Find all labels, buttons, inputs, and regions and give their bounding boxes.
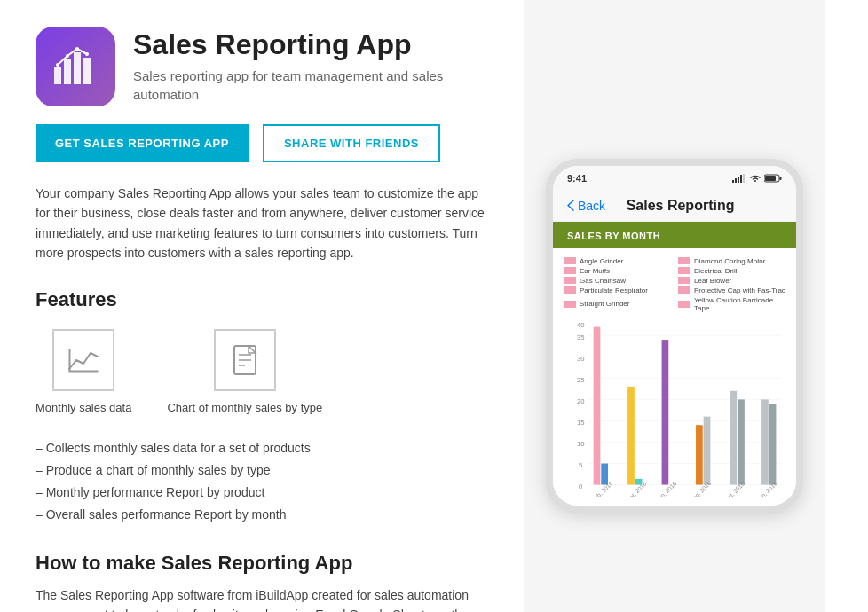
svg-text:35: 35 — [577, 333, 585, 341]
svg-rect-16 — [738, 177, 739, 183]
app-title: Sales Reporting App — [133, 29, 488, 60]
back-button[interactable]: Back — [567, 199, 605, 213]
legend-color — [564, 257, 576, 264]
svg-rect-41 — [627, 387, 635, 485]
legend-color — [564, 286, 576, 294]
back-label: Back — [578, 199, 605, 213]
svg-rect-20 — [780, 177, 782, 180]
app-title-block: Sales Reporting App Sales reporting app … — [133, 29, 488, 103]
svg-rect-21 — [765, 176, 776, 181]
legend-label: Angle Grinder — [580, 257, 623, 265]
feature-list: – Collects monthly sales data for a set … — [36, 437, 488, 527]
chart-line-icon — [66, 342, 101, 378]
svg-point-6 — [75, 47, 79, 51]
section-title: SALES BY MONTH — [567, 231, 660, 241]
how-to-heading: How to make Sales Reporting App — [36, 552, 488, 575]
app-header: Sales Reporting App Sales reporting app … — [36, 27, 488, 106]
share-button[interactable]: SHARE WITH FRIENDS — [263, 124, 440, 162]
features-section: Features Monthly sales data — [36, 288, 488, 527]
legend-item: Angle Grinder — [564, 257, 671, 265]
legend-label: Yellow Caution Barricade Tape — [694, 296, 785, 312]
buttons-row: GET SALES REPORTING APP SHARE WITH FRIEN… — [36, 124, 488, 162]
status-icons — [732, 174, 782, 183]
svg-text:10: 10 — [577, 440, 585, 448]
chart-doc-icon-box — [214, 329, 276, 391]
svg-rect-9 — [69, 349, 70, 371]
left-panel: Sales Reporting App Sales reporting app … — [0, 0, 524, 612]
status-bar: 9:41 — [553, 166, 796, 191]
feature-item-chart: Chart of monthly sales by type — [167, 329, 322, 416]
svg-rect-46 — [730, 391, 738, 485]
how-to-section: How to make Sales Reporting App The Sale… — [36, 552, 488, 613]
svg-text:0: 0 — [579, 483, 582, 490]
app-subtitle: Sales reporting app for team management … — [133, 67, 488, 104]
feature-label-monthly: Monthly sales data — [36, 400, 131, 416]
get-app-button[interactable]: GET SALES REPORTING APP — [36, 124, 249, 162]
svg-text:25: 25 — [577, 376, 585, 384]
legend-color — [564, 267, 576, 274]
legend-color — [678, 267, 690, 274]
chevron-left-icon — [567, 200, 574, 211]
svg-rect-18 — [743, 174, 745, 183]
legend-color — [678, 277, 690, 284]
list-item: – Collects monthly sales data for a set … — [36, 437, 488, 459]
sales-by-month-bar: SALES BY MONTH — [553, 222, 796, 248]
legend-label: Particulate Respirator — [580, 286, 648, 294]
battery-icon — [764, 174, 782, 183]
legend-label: Protective Cap with Fas-Trac — [694, 286, 785, 294]
legend-label: Leaf Blower — [694, 277, 731, 285]
phone-mockup: 9:41 — [546, 159, 803, 513]
app-icon — [36, 27, 115, 106]
legend-label: Straight Grinder — [580, 300, 629, 308]
legend-label: Gas Chainsaw — [580, 277, 626, 285]
how-to-text: The Sales Reporting App software from iB… — [36, 585, 488, 613]
svg-rect-14 — [732, 180, 734, 183]
app-description: Your company Sales Reporting App allows … — [36, 184, 488, 263]
bar-chart: 0 5 10 15 20 25 30 35 40 — [560, 319, 789, 497]
legend-color — [678, 286, 690, 294]
svg-text:15: 15 — [577, 419, 585, 427]
legend-item: Straight Grinder — [564, 296, 671, 312]
legend-color — [678, 257, 690, 264]
svg-rect-47 — [738, 399, 745, 484]
phone-nav-bar: Back Sales Reporting — [553, 191, 796, 222]
monthly-sales-icon-box — [52, 329, 114, 391]
svg-rect-17 — [740, 175, 742, 183]
svg-text:40: 40 — [577, 320, 585, 328]
svg-rect-49 — [769, 404, 777, 484]
right-panel: 9:41 — [524, 0, 825, 612]
list-item: – Monthly performance Report by product — [36, 482, 488, 504]
svg-text:20: 20 — [577, 397, 585, 405]
legend-label: Ear Muffs — [580, 267, 610, 275]
svg-rect-48 — [761, 399, 769, 484]
document-icon — [227, 342, 263, 378]
svg-rect-45 — [704, 416, 711, 484]
feature-item-monthly: Monthly sales data — [36, 329, 131, 416]
legend-item: Electrical Drill — [678, 267, 785, 275]
signal-icon — [732, 174, 746, 183]
features-icons: Monthly sales data Chart of monthly sale… — [36, 329, 488, 416]
nav-title: Sales Reporting — [605, 198, 755, 214]
list-item: – Produce a chart of monthly sales by ty… — [36, 459, 488, 482]
features-heading: Features — [36, 288, 488, 311]
legend-color — [564, 301, 576, 308]
svg-text:30: 30 — [577, 355, 585, 363]
legend-label: Electrical Drill — [694, 267, 737, 275]
legend-color — [564, 277, 576, 284]
phone-time: 9:41 — [567, 173, 587, 184]
legend-color — [678, 301, 690, 308]
svg-rect-3 — [83, 58, 91, 84]
svg-rect-2 — [74, 52, 81, 84]
svg-point-7 — [85, 52, 89, 56]
svg-point-5 — [66, 54, 69, 58]
legend-item: Protective Cap with Fas-Trac — [678, 286, 785, 294]
legend-item: Leaf Blower — [678, 277, 785, 285]
legend-item: Gas Chainsaw — [564, 277, 671, 285]
chart-area: Angle Grinder Diamond Coring Motor Ear M… — [553, 248, 796, 506]
svg-point-4 — [56, 63, 59, 67]
wifi-icon — [750, 174, 761, 183]
legend-item: Diamond Coring Motor — [678, 257, 785, 265]
svg-text:5: 5 — [579, 461, 582, 469]
feature-label-chart: Chart of monthly sales by type — [167, 400, 322, 416]
svg-rect-15 — [735, 178, 737, 183]
